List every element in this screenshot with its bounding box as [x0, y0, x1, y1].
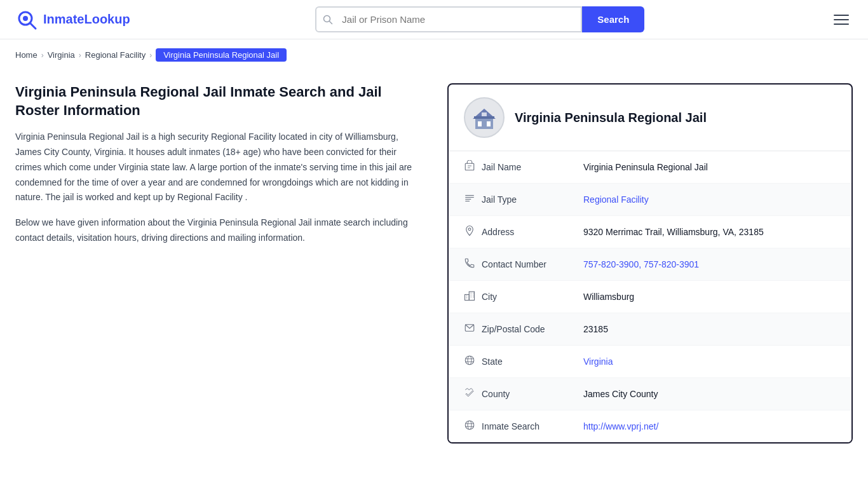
breadcrumb-sep-3: › — [149, 51, 152, 60]
svg-rect-6 — [478, 121, 482, 126]
left-column: Virginia Peninsula Regional Jail Inmate … — [15, 83, 422, 444]
info-row-inmate-search: Inmate Search http://www.vprj.net/ — [449, 410, 851, 442]
search-button[interactable]: Search — [582, 6, 644, 32]
search-input[interactable] — [339, 8, 581, 31]
info-row-state: State Virginia — [449, 346, 851, 378]
breadcrumb-virginia[interactable]: Virginia — [48, 50, 75, 60]
info-table: Jail Name Virginia Peninsula Regional Ja… — [449, 151, 851, 442]
jail-card-title: Virginia Peninsula Regional Jail — [515, 111, 707, 125]
svg-point-30 — [465, 356, 474, 365]
zip-label: Zip/Postal Code — [482, 324, 583, 334]
svg-point-31 — [468, 356, 471, 365]
svg-rect-7 — [487, 121, 491, 126]
jail-name-value: Virginia Peninsula Regional Jail — [583, 162, 708, 172]
jail-type-label: Jail Type — [482, 194, 583, 205]
search-box — [315, 6, 582, 32]
state-value: Virginia — [583, 356, 613, 367]
jail-avatar — [464, 97, 505, 138]
description-para-1: Virginia Peninsula Regional Jail is a hi… — [15, 130, 422, 205]
breadcrumb-sep-1: › — [41, 51, 44, 60]
jail-card-header: Virginia Peninsula Regional Jail — [449, 85, 851, 151]
contact-label: Contact Number — [482, 259, 583, 269]
svg-rect-9 — [482, 112, 487, 116]
jail-card: Virginia Peninsula Regional Jail Jail Na… — [447, 83, 853, 444]
inmate-search-icon — [464, 419, 482, 433]
svg-line-1 — [30, 23, 36, 29]
logo-text: InmateLookup — [43, 12, 130, 27]
city-label: City — [482, 292, 583, 302]
zip-icon — [464, 322, 482, 336]
description-para-2: Below we have given information about th… — [15, 215, 422, 246]
svg-rect-19 — [465, 295, 470, 301]
jail-name-label: Jail Name — [482, 162, 583, 172]
info-row-jail-type: Jail Type Regional Facility — [449, 184, 851, 216]
info-row-jail-name: Jail Name Virginia Peninsula Regional Ja… — [449, 151, 851, 184]
county-label: County — [482, 389, 583, 399]
county-icon — [464, 387, 482, 401]
svg-point-34 — [465, 421, 474, 430]
city-value: Williamsburg — [583, 292, 634, 302]
inmate-search-label: Inmate Search — [482, 421, 583, 431]
jail-type-link[interactable]: Regional Facility — [583, 194, 649, 205]
breadcrumb-sep-2: › — [79, 51, 81, 60]
search-area: Search — [315, 6, 644, 32]
page-title: Virginia Peninsula Regional Jail Inmate … — [15, 83, 422, 119]
svg-point-35 — [468, 421, 471, 430]
state-icon — [464, 355, 482, 369]
contact-link[interactable]: 757-820-3900, 757-820-3901 — [583, 259, 699, 269]
info-row-county: County James City County — [449, 378, 851, 410]
logo[interactable]: InmateLookup — [15, 8, 130, 31]
svg-rect-10 — [474, 116, 494, 119]
right-column: Virginia Peninsula Regional Jail Jail Na… — [447, 83, 853, 444]
inmate-search-value: http://www.vprj.net/ — [583, 421, 658, 431]
svg-point-18 — [468, 228, 471, 231]
jail-building-icon — [470, 104, 498, 132]
state-link[interactable]: Virginia — [583, 356, 613, 367]
info-row-city: City Williamsburg — [449, 281, 851, 313]
state-label: State — [482, 356, 583, 367]
jail-type-value: Regional Facility — [583, 194, 649, 205]
jail-type-icon — [464, 193, 482, 207]
search-icon — [316, 15, 339, 25]
logo-icon — [15, 8, 38, 31]
contact-value: 757-820-3900, 757-820-3901 — [583, 259, 699, 269]
contact-icon — [464, 257, 482, 271]
main-content: Virginia Peninsula Regional Jail Inmate … — [0, 71, 868, 469]
info-row-zip: Zip/Postal Code 23185 — [449, 313, 851, 346]
breadcrumb-regional-facility[interactable]: Regional Facility — [85, 50, 146, 60]
hamburger-menu[interactable] — [830, 11, 853, 29]
svg-line-4 — [330, 21, 332, 24]
inmate-search-link[interactable]: http://www.vprj.net/ — [583, 421, 658, 431]
info-row-address: Address 9320 Merrimac Trail, Williamsbur… — [449, 216, 851, 248]
breadcrumb-home[interactable]: Home — [15, 50, 37, 60]
county-value: James City County — [583, 389, 658, 399]
address-value: 9320 Merrimac Trail, Williamsburg, VA, 2… — [583, 227, 764, 237]
svg-point-2 — [23, 16, 28, 21]
svg-rect-11 — [465, 163, 474, 170]
breadcrumb: Home › Virginia › Regional Facility › Vi… — [0, 39, 868, 71]
zip-value: 23185 — [583, 324, 608, 334]
header: InmateLookup Search — [0, 0, 868, 39]
address-label: Address — [482, 227, 583, 237]
breadcrumb-current: Virginia Peninsula Regional Jail — [156, 48, 287, 62]
info-row-contact: Contact Number 757-820-3900, 757-820-390… — [449, 248, 851, 281]
address-icon — [464, 225, 482, 239]
jail-name-icon — [464, 160, 482, 174]
city-icon — [464, 290, 482, 304]
